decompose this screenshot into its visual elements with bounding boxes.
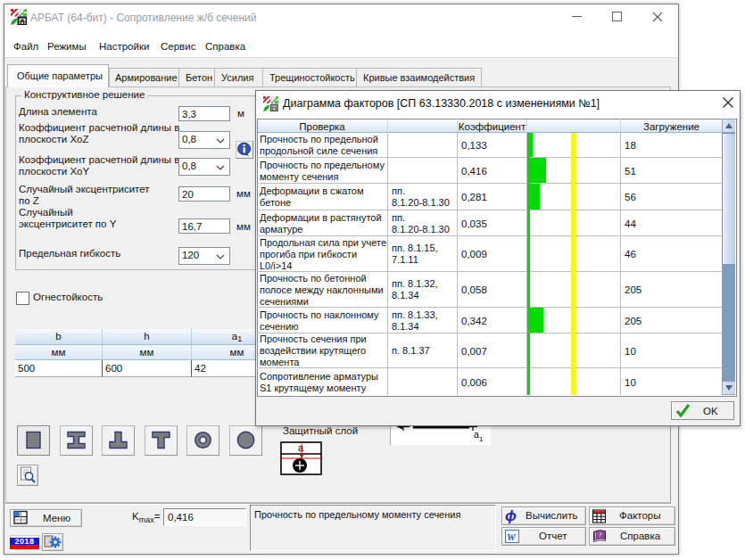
svg-text:?: ? — [598, 531, 601, 539]
svg-text:W: W — [507, 531, 517, 542]
svg-text:1: 1 — [479, 435, 484, 443]
